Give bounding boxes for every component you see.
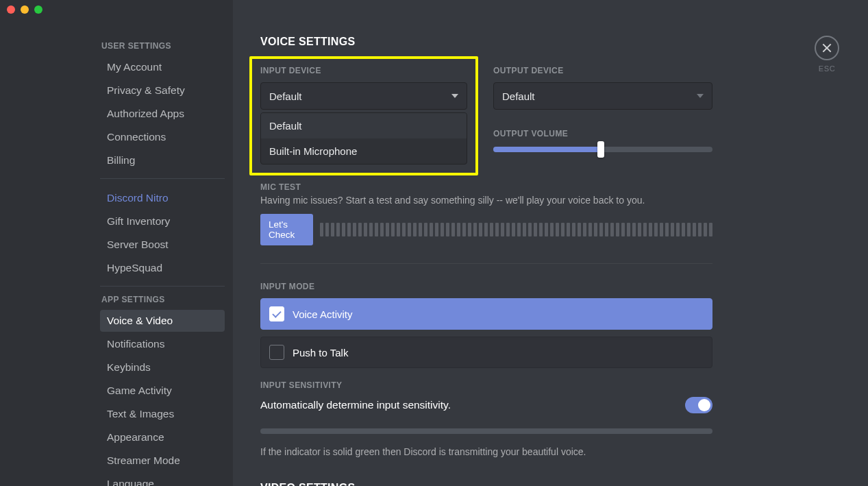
vu-bar: [583, 223, 586, 236]
sidebar-item-connections[interactable]: Connections: [100, 126, 225, 148]
vu-bar: [517, 223, 521, 236]
input-option-builtin-mic[interactable]: Built-in Microphone: [261, 138, 467, 164]
mic-test-description: Having mic issues? Start a test and say …: [260, 195, 712, 206]
vu-bar: [484, 223, 488, 236]
vu-bar: [660, 223, 663, 236]
sidebar-item-game-activity[interactable]: Game Activity: [100, 380, 225, 402]
vu-bar: [468, 223, 471, 236]
vu-bar: [561, 223, 565, 236]
vu-bar: [572, 223, 575, 236]
sidebar-divider: [100, 178, 225, 179]
settings-content: ESC VOICE SETTINGS INPUT DEVICE Default …: [233, 0, 868, 486]
vu-bar: [556, 223, 559, 236]
lets-check-button[interactable]: Let's Check: [260, 214, 313, 245]
vu-bar: [539, 223, 543, 236]
vu-bar: [693, 223, 696, 236]
vu-bar: [649, 223, 652, 236]
toggle-knob: [698, 399, 710, 411]
vu-bar: [594, 223, 597, 236]
sidebar-item-privacy[interactable]: Privacy & Safety: [100, 80, 225, 101]
vu-bar: [704, 223, 707, 236]
sidebar-item-gift-inventory[interactable]: Gift Inventory: [100, 210, 225, 232]
vu-bar: [451, 223, 455, 236]
input-sensitivity-label: INPUT SENSITIVITY: [260, 380, 712, 390]
mode-label: Voice Activity: [293, 308, 353, 320]
input-mode-push-to-talk[interactable]: Push to Talk: [260, 337, 712, 368]
sidebar-item-server-boost[interactable]: Server Boost: [100, 234, 225, 256]
input-option-default[interactable]: Default: [261, 113, 467, 138]
maximize-window-icon[interactable]: [34, 5, 42, 14]
output-device-selected: Default: [502, 90, 535, 102]
sidebar-item-appearance[interactable]: Appearance: [100, 426, 225, 448]
vu-bar: [342, 223, 345, 236]
input-device-dropdown: Default Built-in Microphone: [260, 112, 467, 165]
close-settings-button[interactable]: [815, 36, 839, 60]
chevron-down-icon: [697, 94, 704, 98]
input-device-selected: Default: [269, 90, 302, 102]
vu-bar: [638, 223, 641, 236]
sensitivity-indicator: [260, 428, 712, 434]
vu-bar: [676, 223, 680, 236]
output-device-select[interactable]: Default: [493, 82, 712, 110]
checkbox-icon: [269, 306, 284, 321]
minimize-window-icon[interactable]: [21, 5, 29, 14]
sidebar-item-notifications[interactable]: Notifications: [100, 333, 225, 355]
vu-bar: [643, 223, 647, 236]
divider: [260, 263, 712, 264]
auto-sensitivity-toggle[interactable]: [685, 397, 712, 413]
output-device-label: OUTPUT DEVICE: [493, 66, 712, 75]
vu-bar: [528, 223, 532, 236]
input-device-select[interactable]: Default: [260, 82, 467, 110]
sidebar-item-voice-video[interactable]: Voice & Video: [100, 310, 225, 332]
input-device-highlight: INPUT DEVICE Default Default Built-in Mi…: [249, 56, 478, 175]
vu-bar: [687, 223, 691, 236]
vu-bar: [402, 223, 406, 236]
vu-bar: [364, 223, 367, 236]
video-settings-title: VIDEO SETTINGS: [260, 482, 712, 486]
vu-bar: [331, 223, 334, 236]
sidebar-item-my-account[interactable]: My Account: [100, 56, 225, 78]
close-window-icon[interactable]: [7, 5, 15, 14]
vu-bar: [610, 223, 614, 236]
sidebar-item-authorized-apps[interactable]: Authorized Apps: [100, 103, 225, 125]
vu-bar: [588, 223, 592, 236]
vu-bar: [424, 223, 427, 236]
sidebar-category-user: USER SETTINGS: [101, 41, 225, 51]
close-icon: [822, 43, 832, 53]
vu-bar: [671, 223, 674, 236]
checkbox-icon: [269, 345, 284, 360]
vu-bar: [501, 223, 504, 236]
vu-bar: [605, 223, 608, 236]
sidebar-item-text-images[interactable]: Text & Images: [100, 403, 225, 425]
vu-bar: [632, 223, 636, 236]
sidebar-item-language[interactable]: Language: [100, 473, 225, 486]
sidebar-item-hypesquad[interactable]: HypeSquad: [100, 257, 225, 279]
vu-bar: [325, 223, 329, 236]
input-mode-voice-activity[interactable]: Voice Activity: [260, 298, 712, 330]
vu-bar: [380, 223, 384, 236]
input-mode-label: INPUT MODE: [260, 282, 712, 291]
output-volume-thumb[interactable]: [597, 141, 604, 158]
sidebar-item-keybinds[interactable]: Keybinds: [100, 356, 225, 378]
sidebar-item-nitro[interactable]: Discord Nitro: [100, 187, 225, 209]
vu-bar: [441, 223, 444, 236]
vu-bar: [457, 223, 460, 236]
output-volume-slider[interactable]: [493, 147, 712, 152]
sidebar-item-streamer-mode[interactable]: Streamer Mode: [100, 450, 225, 472]
window-traffic-lights: [7, 5, 42, 14]
vu-bar: [682, 223, 685, 236]
sidebar-item-billing[interactable]: Billing: [100, 149, 225, 171]
page-title: VOICE SETTINGS: [260, 36, 712, 48]
vu-bar: [347, 223, 351, 236]
vu-bar: [654, 223, 658, 236]
vu-bar: [665, 223, 669, 236]
vu-bar: [616, 223, 619, 236]
output-volume-fill: [493, 147, 601, 152]
vu-bar: [567, 223, 570, 236]
vu-bar: [435, 223, 438, 236]
check-icon: [272, 308, 281, 317]
vu-bar: [479, 223, 482, 236]
vu-bar: [430, 223, 433, 236]
vu-bar: [621, 223, 625, 236]
vu-bar: [375, 223, 378, 236]
